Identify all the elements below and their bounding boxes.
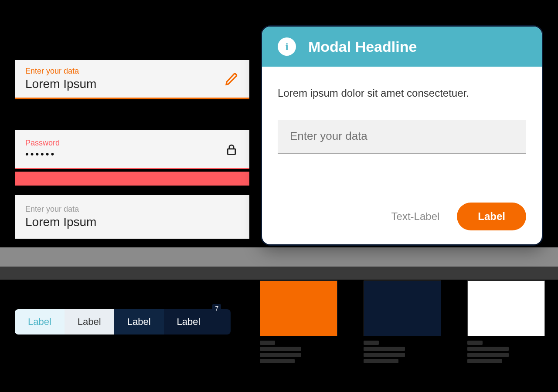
swatch-box	[260, 280, 337, 336]
modal-secondary-button[interactable]: Text-Label	[391, 210, 440, 223]
swatch-box	[467, 280, 545, 336]
lock-icon	[224, 143, 239, 156]
modal-input[interactable]	[290, 129, 514, 143]
info-icon: i	[278, 37, 296, 56]
field-label: Password	[25, 139, 224, 148]
modal-title: Modal Headline	[308, 38, 417, 55]
tab-label: Label	[127, 316, 151, 328]
swatch-box	[364, 280, 441, 336]
field-label: Enter your data	[25, 67, 224, 76]
swatch-orange	[260, 280, 337, 363]
modal-primary-button[interactable]: Label	[457, 203, 526, 230]
modal-header: i Modal Headline	[262, 27, 542, 67]
tab-item-3[interactable]: Label	[114, 309, 164, 335]
tab-badge: 7	[212, 304, 221, 313]
divider-strip	[0, 247, 558, 267]
tab-label: Label	[177, 316, 201, 328]
modal-input-wrap[interactable]	[278, 120, 526, 154]
text-field-active[interactable]: Enter your data Lorem Ipsum	[15, 60, 249, 99]
text-field-plain[interactable]: Enter your data Lorem Ipsum	[15, 195, 249, 239]
password-field-error[interactable]: Password ••••••	[15, 130, 249, 169]
field-error-bar	[15, 172, 249, 186]
swatch-navy	[364, 280, 441, 363]
field-label: Enter your data	[25, 205, 239, 214]
tab-label: Label	[28, 316, 51, 328]
swatch-meta	[260, 341, 337, 363]
field-value-masked: ••••••	[25, 148, 224, 161]
swatch-meta	[364, 341, 441, 363]
tab-item-2[interactable]: Label	[65, 309, 114, 335]
svg-rect-0	[228, 149, 235, 155]
field-value: Lorem Ipsum	[25, 76, 224, 92]
tab-bar: Label Label Label Label 7	[15, 309, 231, 335]
field-value: Lorem Ipsum	[25, 214, 239, 230]
tab-label: Label	[78, 316, 101, 328]
tab-item-4[interactable]: Label 7	[164, 309, 231, 335]
divider-strip-dark	[0, 267, 558, 280]
swatch-meta	[467, 341, 545, 363]
color-swatches	[260, 280, 545, 363]
swatch-white	[467, 280, 545, 363]
modal-dialog: i Modal Headline Lorem ipsum dolor sit a…	[261, 25, 543, 246]
pencil-icon[interactable]	[224, 72, 239, 86]
modal-description: Lorem ipsum dolor sit amet consectetuer.	[278, 86, 526, 101]
tab-item-1[interactable]: Label	[15, 309, 65, 335]
